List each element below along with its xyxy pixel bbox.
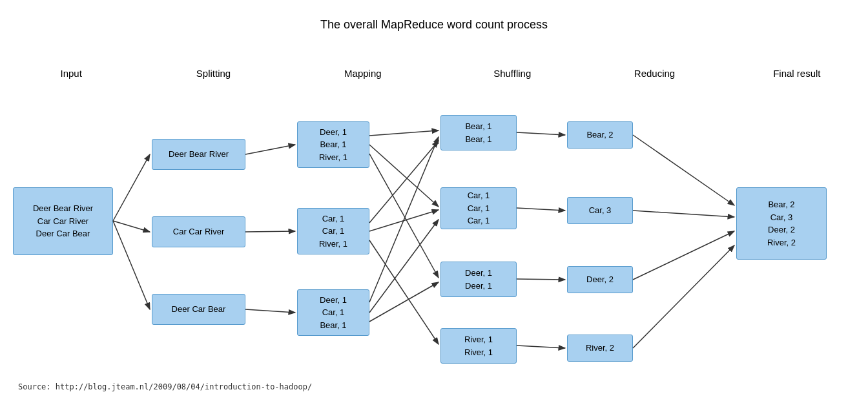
svg-line-0: [113, 154, 150, 221]
red4-node: River, 2: [567, 335, 633, 362]
svg-line-3: [245, 145, 295, 154]
svg-line-4: [245, 231, 295, 232]
split3-node: Deer Car Bear: [152, 294, 245, 325]
svg-line-19: [633, 135, 734, 205]
shuf4-node: River, 1River, 1: [440, 328, 517, 364]
stage-label-final: Final result: [726, 68, 868, 79]
stage-label-reducing: Reducing: [583, 68, 725, 79]
split2-node: Car Car River: [152, 216, 245, 247]
red3-node: Deer, 2: [567, 266, 633, 293]
svg-line-6: [369, 130, 439, 136]
svg-line-18: [517, 346, 565, 348]
map3-node: Deer, 1Car, 1Bear, 1: [297, 289, 369, 336]
svg-line-13: [369, 220, 439, 313]
page-title: The overall MapReduce word count process: [0, 0, 868, 38]
svg-line-22: [633, 245, 734, 348]
svg-line-14: [369, 282, 439, 322]
stage-label-input: Input: [0, 68, 142, 79]
map1-node: Deer, 1Bear, 1River, 1: [297, 121, 369, 168]
svg-line-16: [517, 208, 565, 211]
stage-label-shuffling: Shuffling: [441, 68, 583, 79]
stage-label-splitting: Splitting: [142, 68, 284, 79]
shuf3-node: Deer, 1Deer, 1: [440, 262, 517, 297]
map2-node: Car, 1Car, 1River, 1: [297, 208, 369, 254]
input-node: Deer Bear RiverCar Car RiverDeer Car Bea…: [13, 187, 113, 255]
final-node: Bear, 2Car, 3Deer, 2River, 2: [736, 187, 827, 260]
source-note: Source: http://blog.jteam.nl/2009/08/04/…: [18, 382, 312, 391]
svg-line-5: [245, 309, 295, 313]
svg-line-17: [517, 279, 565, 280]
svg-line-10: [369, 210, 439, 231]
svg-line-21: [633, 231, 734, 280]
svg-line-12: [369, 137, 439, 302]
svg-line-20: [633, 211, 734, 217]
shuf2-node: Car, 1Car, 1Car, 1: [440, 187, 517, 229]
svg-line-9: [369, 141, 439, 223]
svg-line-8: [369, 154, 439, 278]
svg-line-11: [369, 240, 439, 344]
stage-label-mapping: Mapping: [285, 68, 441, 79]
svg-line-1: [113, 221, 150, 232]
shuf1-node: Bear, 1Bear, 1: [440, 115, 517, 150]
red1-node: Bear, 2: [567, 121, 633, 149]
svg-line-7: [369, 145, 439, 207]
svg-line-15: [517, 132, 565, 135]
red2-node: Car, 3: [567, 197, 633, 224]
split1-node: Deer Bear River: [152, 139, 245, 170]
svg-line-2: [113, 221, 150, 309]
